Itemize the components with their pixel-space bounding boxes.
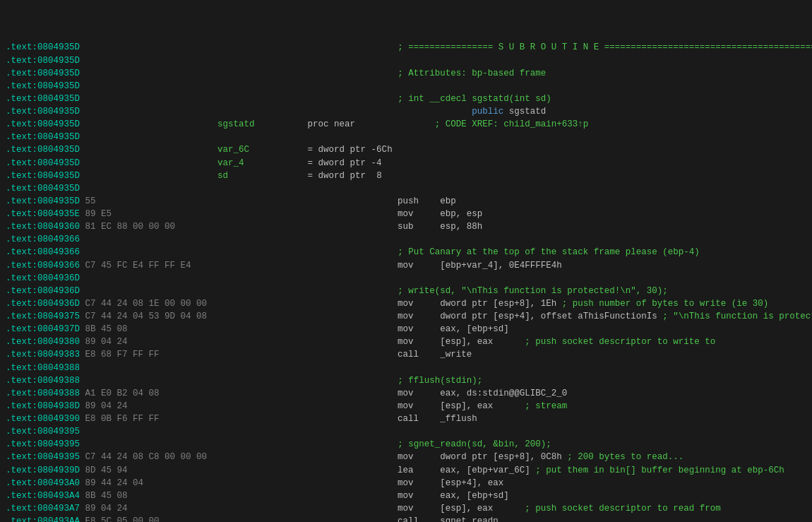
address: .text:0804936D [6,299,80,309]
disassembly-view: .text:0804935D ; ================ S U B … [6,41,806,522]
bytes [85,145,218,155]
bytes [85,94,218,104]
code-line: .text:08049388 [6,362,806,374]
code-line: .text:0804935D ; ================ S U B … [6,41,806,54]
code-line: .text:08049395 C7 44 24 08 C8 00 00 00 m… [6,451,806,463]
code-line: .text:0804935D ; Attributes: bp-based fr… [6,67,806,80]
address: .text:08049395 [6,452,80,462]
code-line: .text:080493A7 89 04 24 mov [esp], eax ;… [6,502,806,515]
address: .text:0804936D [6,286,80,296]
comment: ; 200 bytes to read... [567,452,683,462]
address: .text:0804935D [6,145,80,155]
address: .text:0804935D [6,69,80,78]
bytes: C7 44 24 08 C8 00 00 00 [85,452,218,462]
bytes: E8 0B F6 FF FF [85,414,218,424]
code-line: .text:08049380 89 04 24 mov [esp], eax ;… [6,336,806,348]
address: .text:08049375 [6,312,80,321]
code-line: .text:0804935D ; int __cdecl sgstatd(int… [6,93,806,105]
bytes [85,247,218,257]
code-line: .text:0804935D 55 push ebp [6,195,806,208]
address: .text:08049388 [6,363,80,373]
bytes [85,286,218,296]
comment: ; Put Canary at the top of the stack fra… [398,247,700,257]
bytes [85,158,218,168]
address: .text:0804935D [6,107,80,117]
code-line: .text:080493AA E8 5C 05 00 00 call sgnet… [6,515,806,522]
bytes: C7 44 24 08 1E 00 00 00 [85,299,218,309]
code-line: .text:08049388 ; fflush(stdin); [6,374,806,387]
code-line: .text:0804935E 89 E5 mov ebp, esp [6,208,806,220]
code-line: .text:0804936D C7 44 24 08 1E 00 00 00 m… [6,297,806,310]
label: var_6C [217,145,249,155]
code-line: .text:08049390 E8 0B F6 FF FF call _fflu… [6,413,806,425]
address: .text:0804935D [6,184,80,194]
code-line: .text:08049375 C7 44 24 04 53 9D 04 08 m… [6,310,806,323]
bytes: 8D 45 94 [85,465,218,475]
code-line: .text:0804935D sd = dword ptr 8 [6,170,806,182]
comment: ; "\nThis function is protected!\n" [662,312,812,321]
bytes [85,119,218,129]
address: .text:0804935D [6,81,80,91]
address: .text:0804937D [6,324,80,334]
address: .text:08049360 [6,222,80,232]
address: .text:0804935D [6,94,80,104]
bytes [85,42,218,52]
address: .text:0804935D [6,171,80,181]
comment: ; push socket descriptor to read from [525,504,721,514]
keyword: public [472,107,503,117]
code-line: .text:0804935D [6,182,806,195]
address: .text:08049388 [6,376,80,386]
code-line: .text:08049395 ; sgnet_readn(sd, &bin, 2… [6,438,806,451]
bytes: 89 04 24 [85,337,218,347]
code-line: .text:08049395 [6,425,806,438]
bytes: A1 E0 B2 04 08 [85,388,218,398]
address: .text:0804938D [6,401,80,411]
comment: ; CODE XREF: child_main+633↑p [435,119,589,129]
label: sd [217,171,228,181]
bytes: 89 04 24 [85,401,218,411]
bytes [85,439,218,449]
comment: ; sgnet_readn(sd, &bin, 200); [398,439,551,449]
address: .text:0804936D [6,273,80,283]
code-line: .text:0804935D [6,131,806,143]
code-line: .text:0804935D sgstatd proc near ; CODE … [6,118,806,131]
address: .text:0804935E [6,209,80,219]
code-line: .text:0804939D 8D 45 94 lea eax, [ebp+va… [6,464,806,477]
code-line: .text:0804935D public sgstatd [6,105,806,118]
code-line: .text:080493A0 89 44 24 04 mov [esp+4], … [6,477,806,490]
comment: ; stream [525,401,567,411]
code-line: .text:08049388 A1 E0 B2 04 08 mov eax, d… [6,387,806,400]
bytes: 89 44 24 04 [85,478,218,488]
bytes [85,171,218,181]
comment: ; ================ S U B R O U T I N E =… [398,42,812,52]
code-line: .text:0804936D [6,272,806,285]
address: .text:08049388 [6,388,80,398]
code-line: .text:08049366 [6,233,806,246]
comment: ; push number of bytes to write (ie 30) [562,299,769,309]
bytes: 8B 45 08 [85,324,218,334]
address: .text:0804935D [6,42,80,52]
code-line: .text:08049360 81 EC 88 00 00 00 sub esp… [6,220,806,233]
bytes: 89 04 24 [85,504,218,514]
code-line: .text:08049366 C7 45 FC E4 FF FF E4 mov … [6,259,806,272]
code-line: .text:0804935D var_4 = dword ptr -4 [6,157,806,170]
code-line: .text:0804935D var_6C = dword ptr -6Ch [6,143,806,156]
address: .text:08049366 [6,235,80,244]
address: .text:08049390 [6,414,80,424]
address: .text:08049383 [6,350,80,360]
bytes: 89 E5 [85,209,218,219]
comment: ; Attributes: bp-based frame [398,69,546,78]
bytes: C7 44 24 04 53 9D 04 08 [85,312,218,321]
code-line: .text:08049383 E8 68 F7 FF FF call _writ… [6,348,806,361]
bytes: 81 EC 88 00 00 00 [85,222,218,232]
address: .text:0804939D [6,465,80,475]
address: .text:0804935D [6,56,80,66]
bytes: 8B 45 08 [85,491,218,501]
code-line: .text:0804937D 8B 45 08 mov eax, [ebp+sd… [6,323,806,336]
address: .text:08049366 [6,261,80,271]
comment: ; put them in bin[] buffer beginning at … [535,465,784,475]
code-line: .text:0804935D [6,54,806,67]
address: .text:08049395 [6,439,80,449]
bytes [85,107,218,117]
address: .text:080493A7 [6,504,80,514]
